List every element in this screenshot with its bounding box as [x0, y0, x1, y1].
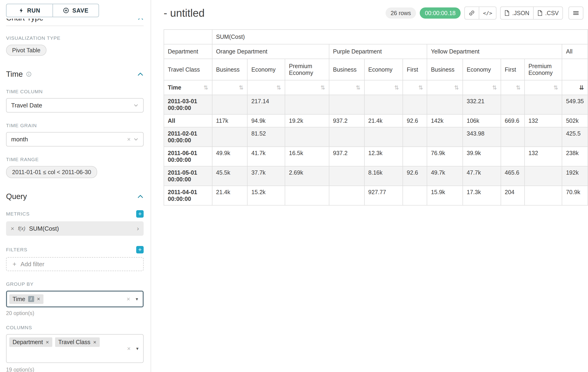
pivot-col-axis-label: Department	[164, 44, 212, 59]
pivot-sort-cell[interactable]: ⇅	[403, 80, 427, 95]
pivot-value-cell	[329, 127, 364, 147]
remove-chip-icon[interactable]: ×	[37, 296, 40, 302]
pivot-value-cell	[525, 95, 562, 114]
code-icon: </>	[483, 10, 492, 16]
clear-icon[interactable]: ×	[127, 136, 131, 143]
pivot-value-cell	[427, 127, 463, 147]
chevron-up-icon[interactable]	[137, 193, 144, 200]
run-button[interactable]: RUN	[6, 4, 53, 17]
pivot-sort-cell[interactable]: ⇅	[329, 80, 364, 95]
sort-icon[interactable]: ⇅	[553, 85, 558, 91]
pivot-value-cell: 343.98	[463, 127, 501, 147]
chart-title[interactable]: - untitled	[164, 7, 205, 19]
pivot-value-cell: 15.2k	[247, 186, 285, 205]
time-column-select[interactable]: Travel Date	[6, 98, 144, 113]
remove-chip-icon[interactable]: ×	[46, 339, 49, 345]
sort-icon[interactable]: ⇅	[454, 85, 459, 91]
selected-option-chip[interactable]: Travel Class×	[55, 337, 100, 347]
chip-label: Department	[12, 339, 43, 345]
pivot-value-cell: 8.16k	[364, 166, 403, 186]
pivot-value-cell	[285, 95, 329, 114]
selected-option-chip[interactable]: Timei×	[9, 294, 43, 304]
sort-desc-icon[interactable]: ⇊	[579, 85, 584, 91]
sort-icon[interactable]: ⇅	[356, 85, 360, 91]
pivot-value-cell: 49.7k	[427, 166, 463, 186]
column-info-badge: i	[28, 296, 34, 302]
save-button[interactable]: SAVE	[53, 4, 99, 17]
sort-icon[interactable]: ⇅	[418, 85, 423, 91]
columns-select[interactable]: Department×Travel Class× × ▾	[6, 334, 144, 363]
sort-icon[interactable]: ⇅	[239, 85, 243, 91]
time-grain-label: TIME GRAIN	[6, 123, 144, 128]
pivot-sort-cell[interactable]: ⇅	[364, 80, 403, 95]
sort-icon[interactable]: ⇅	[492, 85, 497, 91]
pivot-sort-cell[interactable]: ⇅	[212, 80, 248, 95]
dropdown-caret-icon[interactable]: ▾	[136, 296, 138, 302]
row-count-badge: 26 rows	[386, 7, 416, 19]
csv-button-label: .CSV	[545, 10, 559, 17]
metric-chip[interactable]: × f(x) SUM(Cost) ›	[6, 221, 144, 236]
time-section-header[interactable]: Time	[6, 70, 144, 79]
group-by-select[interactable]: Timei× × ▾	[6, 291, 144, 307]
pivot-value-cell	[212, 95, 248, 114]
time-range-value: 2011-01-01 ≤ col < 2011-06-30	[12, 169, 91, 176]
sort-icon[interactable]: ⇅	[276, 85, 281, 91]
pivot-value-cell: 92.6	[403, 114, 427, 127]
pivot-time-header[interactable]: Time⇅	[164, 80, 212, 95]
run-button-label: RUN	[27, 7, 41, 14]
json-button-label: .JSON	[512, 10, 529, 17]
clear-icon[interactable]: ×	[127, 345, 131, 352]
pivot-sort-cell[interactable]: ⇅	[427, 80, 463, 95]
pivot-value-cell	[525, 186, 562, 205]
export-button-group: .JSON .CSV	[500, 7, 563, 20]
remove-metric-icon[interactable]: ×	[11, 225, 14, 232]
pivot-sort-cell[interactable]: ⇊	[562, 80, 588, 95]
time-range-pill[interactable]: 2011-01-01 ≤ col < 2011-06-30	[6, 166, 97, 178]
chart-header-controls: 26 rows 00:00:00.18 </>	[386, 7, 583, 20]
time-column-label: TIME COLUMN	[6, 89, 144, 94]
pivot-sort-cell[interactable]: ⇅	[525, 80, 562, 95]
pivot-data-row: 2011-03-01 00:00:00217.14332.21549.35	[164, 95, 588, 114]
pivot-value-cell: 76.9k	[427, 147, 463, 166]
sort-icon[interactable]: ⇅	[321, 85, 325, 91]
pivot-sort-cell[interactable]: ⇅	[285, 80, 329, 95]
pivot-class-header: Business	[329, 59, 364, 80]
pivot-row-label: All	[164, 114, 212, 127]
pivot-value-cell: 92.6	[403, 166, 427, 186]
chevron-right-icon[interactable]: ›	[137, 225, 139, 232]
export-json-button[interactable]: .JSON	[500, 7, 534, 20]
add-filter-plus-button[interactable]: +	[136, 246, 144, 254]
chevron-up-icon[interactable]	[137, 71, 144, 77]
time-grain-select[interactable]: month ×	[6, 132, 144, 147]
chevron-up-icon[interactable]	[137, 19, 144, 21]
pivot-value-cell: 21.4k	[212, 186, 248, 205]
export-csv-button[interactable]: .CSV	[534, 7, 563, 20]
add-filter-button[interactable]: + Add filter	[6, 257, 144, 271]
query-section-header[interactable]: Query	[6, 192, 144, 201]
pivot-value-cell: 465.6	[501, 166, 525, 186]
pivot-sort-cell[interactable]: ⇅	[463, 80, 501, 95]
time-grain-value: month	[11, 136, 28, 143]
selected-option-chip[interactable]: Department×	[9, 337, 52, 347]
copy-link-button[interactable]	[464, 7, 479, 20]
pivot-value-cell	[285, 127, 329, 147]
pivot-value-cell	[403, 127, 427, 147]
chevron-down-icon	[133, 103, 138, 108]
visualization-type-pill[interactable]: Pivot Table	[6, 45, 46, 56]
sort-icon[interactable]: ⇅	[204, 85, 208, 91]
dropdown-caret-icon[interactable]: ▾	[136, 346, 138, 351]
sort-icon[interactable]: ⇅	[394, 85, 399, 91]
pivot-value-cell: 937.2	[329, 114, 364, 127]
add-metric-button[interactable]: +	[136, 210, 144, 218]
sort-icon[interactable]: ⇅	[516, 85, 521, 91]
pivot-sort-cell[interactable]: ⇅	[247, 80, 285, 95]
pivot-sort-cell[interactable]: ⇅	[501, 80, 525, 95]
chart-menu-button[interactable]	[568, 7, 583, 20]
clear-icon[interactable]: ×	[127, 296, 130, 303]
run-icon	[19, 7, 24, 13]
pivot-value-cell	[329, 186, 364, 205]
remove-chip-icon[interactable]: ×	[93, 339, 96, 345]
pivot-class-header: Economy	[247, 59, 285, 80]
pivot-value-cell	[501, 95, 525, 114]
embed-code-button[interactable]: </>	[479, 7, 496, 20]
